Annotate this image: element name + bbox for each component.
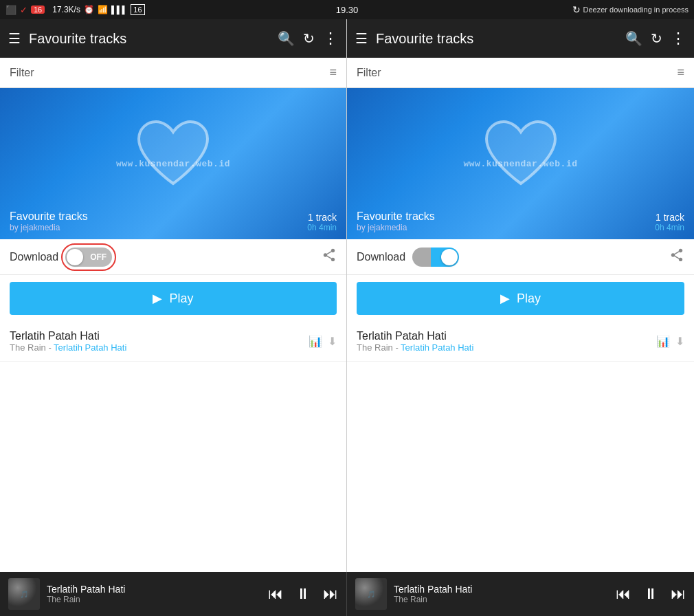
left-toggle-container[interactable]: OFF [65,248,112,267]
right-hero-meta: 1 track 0h 4min [655,212,684,232]
left-track-artist: The Rain [10,342,46,353]
left-hero-info: Favourite tracks by jejakmedia 1 track 0… [0,204,346,239]
left-player-artist: The Rain [47,595,261,604]
left-play-icon: ▶ [153,291,162,306]
right-play-section: ▶ Play [347,275,694,322]
left-player-album-art: 🎵 [8,578,40,610]
left-hero: www.kusnendar.web.id Favourite tracks by… [0,88,346,239]
right-download-label: Download [357,251,405,263]
signal-icon: ▌▌▌ [111,6,127,14]
right-download-row: Download ON [347,239,694,275]
right-play-label: Play [517,292,541,306]
right-toggle-label: ON [441,252,454,262]
right-hero-info: Favourite tracks by jejakmedia 1 track 0… [347,204,694,239]
left-track-eq-icon: 📊 [309,335,322,348]
right-track-artist: The Rain [357,342,393,353]
right-refresh-icon[interactable]: ↻ [651,30,662,47]
right-album-label: 🎵 [367,591,375,598]
right-track-title: Terlatih Patah Hati [357,330,649,342]
left-more-icon[interactable]: ⋮ [323,30,338,47]
right-pause-button[interactable]: ⏸ [643,585,658,603]
left-track-info: Terlatih Patah Hati The Rain - Terlatih … [10,330,302,353]
right-track-info: Terlatih Patah Hati The Rain - Terlatih … [357,330,649,353]
left-search-icon[interactable]: 🔍 [278,30,295,47]
notification-count: 16 [31,6,45,14]
left-album-inner: 🎵 [8,578,40,610]
left-toggle-knob [67,249,83,265]
left-track-icons: 📊 ⬇ [309,335,337,348]
status-bar-right: ↻ Deezer downloading in process [572,4,689,15]
right-filter-row: Filter ≡ [347,58,694,88]
right-search-icon[interactable]: 🔍 [625,30,642,47]
right-toggle-container[interactable]: ON [412,248,459,267]
left-track-item[interactable]: Terlatih Patah Hati The Rain - Terlatih … [0,322,346,362]
left-hero-duration: 0h 4min [307,223,337,232]
left-hero-title: Favourite tracks [10,210,88,223]
time-display: 19.30 [336,5,359,15]
left-track-separator: - [48,342,54,353]
right-hero-tracks: 1 track [655,212,684,223]
speed-text: 17.3K/s [52,5,80,14]
left-prev-button[interactable]: ⏮ [268,585,283,603]
left-menu-icon[interactable]: ☰ [8,30,21,47]
right-hero-subtitle: by jejakmedia [357,223,435,232]
right-filter-icon[interactable]: ≡ [677,65,684,80]
right-hero: www.kusnendar.web.id Favourite tracks by… [347,88,694,239]
right-hero-duration: 0h 4min [655,223,684,232]
left-share-icon[interactable] [322,248,337,266]
left-album-label: 🎵 [20,591,28,598]
right-player-info: Terlatih Patah Hati The Rain [394,584,609,604]
right-title: Favourite tracks [376,31,617,47]
right-menu-icon[interactable]: ☰ [355,30,368,47]
right-album-inner: 🎵 [355,578,387,610]
right-top-bar: ☰ Favourite tracks 🔍 ↻ ⋮ [347,19,694,58]
status-bar-left: ⬛ ✓ 16 17.3K/s ⏰ 📶 ▌▌▌ 16 [5,4,572,15]
right-track-item[interactable]: Terlatih Patah Hati The Rain - Terlatih … [347,322,694,362]
left-play-section: ▶ Play [0,275,346,322]
left-refresh-icon[interactable]: ↻ [303,30,315,47]
right-panel: ☰ Favourite tracks 🔍 ↻ ⋮ Filter ≡ www.ku… [347,19,694,572]
left-play-label: Play [169,292,193,306]
right-hero-heart [480,118,562,194]
alarm-icon: ⏰ [84,5,94,14]
right-hero-title: Favourite tracks [357,210,435,223]
wifi-icon: 📶 [98,5,108,14]
left-download-row: Download OFF [0,239,346,275]
left-toggle-label: OFF [90,252,107,262]
right-track-subtitle: The Rain - Terlatih Patah Hati [357,342,649,353]
left-hero-subtitle: by jejakmedia [10,223,88,232]
left-panel: ☰ Favourite tracks 🔍 ↻ ⋮ Filter ≡ www.ku… [0,19,347,572]
right-track-separator: - [395,342,401,353]
left-bottom-player: 🎵 Terlatih Patah Hati The Rain ⏮ ⏸ ⏭ [0,572,347,616]
left-pause-button[interactable]: ⏸ [295,585,311,603]
left-hero-meta: 1 track 0h 4min [307,212,337,232]
right-more-icon[interactable]: ⋮ [671,30,686,47]
left-player-info: Terlatih Patah Hati The Rain [47,584,261,604]
right-track-icons: 📊 ⬇ [656,335,684,348]
right-toggle-on[interactable]: ON [412,248,459,267]
right-track-eq-icon: 📊 [656,335,670,348]
left-play-button[interactable]: ▶ Play [10,282,337,315]
left-toggle-off[interactable]: OFF [65,248,112,267]
left-player-track-title: Terlatih Patah Hati [47,584,261,595]
right-track-download-icon: ⬇ [675,335,684,348]
left-track-title: Terlatih Patah Hati [10,330,302,342]
left-player-controls: ⏮ ⏸ ⏭ [268,585,338,603]
right-filter-label: Filter [357,67,677,79]
check-icon: ✓ [20,5,27,15]
left-track-subtitle: The Rain - Terlatih Patah Hati [10,342,302,353]
panels-row: ☰ Favourite tracks 🔍 ↻ ⋮ Filter ≡ www.ku… [0,19,694,572]
right-play-icon: ▶ [500,291,510,306]
left-track-download-icon: ⬇ [328,335,337,348]
left-filter-icon[interactable]: ≡ [329,65,337,80]
right-next-button[interactable]: ⏭ [671,585,686,603]
bottom-player-row: 🎵 Terlatih Patah Hati The Rain ⏮ ⏸ ⏭ 🎵 T… [0,572,694,616]
right-play-button[interactable]: ▶ Play [357,282,684,315]
right-share-icon[interactable] [669,248,684,266]
left-hero-heart [132,118,214,194]
battery-icon: 16 [131,4,144,15]
left-filter-label: Filter [10,67,329,79]
bbm-icon: ⬛ [5,5,16,15]
left-next-button[interactable]: ⏭ [323,585,338,603]
right-prev-button[interactable]: ⏮ [616,585,631,603]
